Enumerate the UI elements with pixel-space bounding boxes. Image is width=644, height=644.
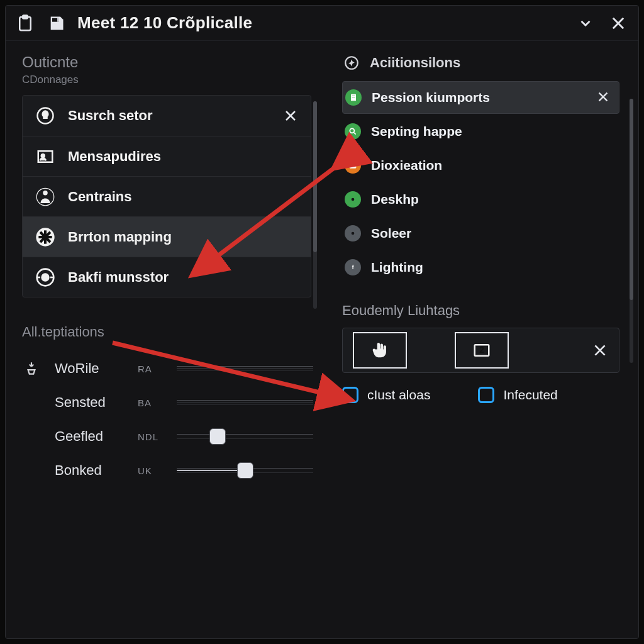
option-item-5[interactable]: fLighting xyxy=(342,251,619,284)
slider-track[interactable] xyxy=(177,434,313,439)
person-icon xyxy=(34,186,57,208)
option-bullet-icon xyxy=(345,191,361,208)
svg-point-11 xyxy=(43,191,48,196)
close-icon[interactable] xyxy=(282,107,299,125)
option-item-1[interactable]: Septing happe xyxy=(342,115,619,148)
slider-label: Geefled xyxy=(55,428,124,445)
category-list: Susrch setorMensapudiresCentrainsBrrton … xyxy=(22,95,311,297)
option-item-2[interactable]: Dioxieation xyxy=(342,149,619,182)
option-label: Lighting xyxy=(371,260,612,275)
option-label: Dioxieation xyxy=(371,158,612,173)
option-label: Septing happe xyxy=(371,124,612,139)
slider-tag: UK xyxy=(138,465,163,476)
category-item-label: Centrains xyxy=(68,189,299,205)
checkbox-box xyxy=(342,387,358,403)
left-section-title: Outicnte xyxy=(22,53,313,71)
window-title: Meet 12 10 Crõplicalle xyxy=(77,13,252,33)
option-item-3[interactable]: Deskhp xyxy=(342,183,619,216)
preview-bar: 2 xyxy=(342,328,619,373)
slider-icon xyxy=(22,360,41,377)
category-item-0[interactable]: Susrch setor xyxy=(23,96,311,136)
close-button[interactable] xyxy=(607,12,630,35)
user-card-icon xyxy=(34,145,57,168)
svg-line-29 xyxy=(354,133,356,135)
option-bullet-icon xyxy=(345,89,362,106)
svg-rect-31 xyxy=(352,162,354,164)
sparkle-icon xyxy=(342,53,361,72)
svg-point-28 xyxy=(350,128,354,133)
options-list: Pession kiumportsSepting happeDioxieatio… xyxy=(342,81,619,284)
slider-tag: RA xyxy=(138,364,163,374)
slider-track[interactable] xyxy=(177,468,313,473)
slider-label: WoRile xyxy=(55,360,124,377)
category-item-4[interactable]: Bakfi munsstor xyxy=(23,257,311,297)
category-item-1[interactable]: Mensapudires xyxy=(23,136,311,176)
option-item-0[interactable]: Pession kiumports xyxy=(342,81,619,114)
right-pane: Aciitionsilons Pession kiumportsSepting … xyxy=(322,41,638,638)
svg-text:f: f xyxy=(352,265,354,270)
svg-point-33 xyxy=(352,198,355,201)
right-header: Aciitionsilons xyxy=(342,53,619,72)
option-label: Pession kiumports xyxy=(372,90,586,105)
sliders-section-title: All.teptiations xyxy=(22,324,313,340)
category-item-3[interactable]: Brrton mapping xyxy=(23,216,311,257)
minimize-button[interactable] xyxy=(574,12,597,35)
asterisk-icon xyxy=(34,226,57,248)
slider-tag: NDL xyxy=(138,431,163,442)
option-bullet-icon xyxy=(345,123,361,140)
option-bullet-icon xyxy=(345,157,361,174)
checkbox-0[interactable]: cIust aloas xyxy=(342,387,430,403)
left-pane: Outicnte CDonnages Susrch setorMensapudi… xyxy=(6,41,322,638)
lower-right-title: Eoudemly Liuhtags xyxy=(342,303,619,319)
category-item-label: Bakfi munsstor xyxy=(68,269,299,286)
checkbox-label: Infecuted xyxy=(503,387,557,402)
close-icon[interactable] xyxy=(596,90,611,105)
slider-label: Bonked xyxy=(55,462,124,479)
left-section-subtitle: CDonnages xyxy=(22,74,313,86)
body: Outicnte CDonnages Susrch setorMensapudi… xyxy=(6,41,638,638)
slider-track[interactable] xyxy=(177,366,313,371)
slider-label: Sensted xyxy=(55,394,124,411)
slider-row-1: SenstedBA xyxy=(22,386,313,419)
titlebar: Meet 12 10 Crõplicalle xyxy=(6,6,638,41)
right-header-label: Aciitionsilons xyxy=(370,55,460,71)
preview-option-image[interactable]: 2 xyxy=(455,332,509,369)
svg-rect-30 xyxy=(350,164,357,168)
sliders-group: WoRileRASenstedBAGeefledNDLBonkedUK xyxy=(22,352,313,487)
svg-point-10 xyxy=(42,154,45,157)
slider-track[interactable] xyxy=(177,400,313,405)
svg-rect-3 xyxy=(57,18,58,21)
slider-row-0: WoRileRA xyxy=(22,352,313,386)
clipboard-icon xyxy=(14,13,36,34)
category-item-2[interactable]: Centrains xyxy=(23,176,311,216)
dial-icon xyxy=(34,266,57,289)
preview-close-button[interactable] xyxy=(591,341,609,359)
checkbox-box xyxy=(478,387,494,403)
slider-row-3: BonkedUK xyxy=(22,453,313,487)
slider-row-2: GeefledNDL xyxy=(22,419,313,453)
option-bullet-icon: f xyxy=(345,259,361,275)
option-bullet-icon xyxy=(345,225,361,242)
svg-text:2: 2 xyxy=(479,345,484,355)
checkbox-1[interactable]: Infecuted xyxy=(478,387,557,403)
scrollbar[interactable] xyxy=(313,101,317,309)
scrollbar[interactable] xyxy=(630,99,633,363)
save-icon xyxy=(46,13,67,34)
app-window: Meet 12 10 Crõplicalle Outicnte CDonnage… xyxy=(5,5,639,639)
option-item-4[interactable]: Soleer xyxy=(342,217,619,250)
svg-rect-1 xyxy=(23,15,28,18)
preview-option-hand[interactable] xyxy=(353,332,407,369)
bulb-icon xyxy=(34,104,57,127)
category-item-label: Susrch setor xyxy=(68,108,270,124)
slider-tag: BA xyxy=(138,397,163,408)
option-label: Deskhp xyxy=(371,192,612,207)
option-label: Soleer xyxy=(371,226,612,241)
category-item-label: Brrton mapping xyxy=(68,229,299,245)
checkbox-label: cIust aloas xyxy=(367,387,430,402)
svg-point-35 xyxy=(352,232,355,235)
category-item-label: Mensapudires xyxy=(68,148,299,165)
checkbox-row: cIust aloasInfecuted xyxy=(342,387,619,403)
svg-point-19 xyxy=(42,274,49,280)
